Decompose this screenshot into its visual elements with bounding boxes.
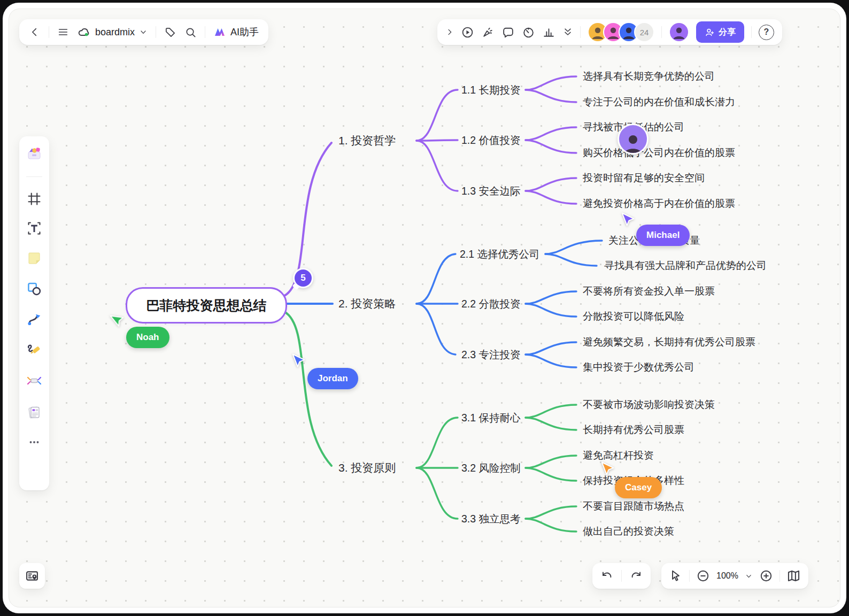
shapes-tool[interactable] [26, 281, 42, 297]
pointer-tool-button[interactable] [669, 569, 683, 583]
person-avatar-icon [622, 132, 644, 153]
topic-node[interactable]: 3. 投资原则 [338, 460, 396, 475]
collaborator-avatar-stack[interactable]: 24 [588, 22, 654, 42]
sticky-note-icon [26, 250, 42, 266]
comment-button[interactable] [501, 26, 515, 39]
collaborator-avatar-canvas [618, 124, 649, 155]
subtopic-node[interactable]: 2.3 专注投资 [461, 348, 521, 362]
leaf-node[interactable]: 做出自己的投资决策 [583, 525, 674, 538]
leaf-node[interactable]: 避免投资价格高于内在价值的股票 [583, 197, 735, 211]
subtopic-node[interactable]: 1.3 安全边际 [461, 184, 521, 198]
hamburger-menu-icon [57, 26, 69, 38]
leaf-node[interactable]: 不要盲目跟随市场热点 [583, 499, 684, 513]
document-tool[interactable] [26, 404, 43, 421]
chevron-down-icon[interactable] [745, 572, 753, 580]
current-user-avatar[interactable] [669, 22, 689, 42]
leaf-node[interactable]: 专注于公司的内在价值和成长潜力 [583, 95, 735, 109]
redo-button[interactable] [629, 569, 643, 583]
leaf-node[interactable]: 长期持有优秀公司股票 [583, 423, 684, 437]
leaf-node[interactable]: 分散投资可以降低风险 [583, 310, 684, 324]
zoom-in-button[interactable] [759, 569, 773, 583]
divider [621, 570, 622, 582]
zoom-out-icon [696, 569, 710, 583]
cursor-jordan-icon [291, 353, 307, 369]
frame-tool[interactable] [27, 191, 42, 206]
divider [156, 26, 156, 38]
timer-button[interactable] [522, 26, 535, 39]
ellipsis-icon [27, 435, 41, 449]
ai-assistant-label: AI助手 [230, 26, 259, 38]
divider [779, 570, 780, 582]
subtopic-node[interactable]: 3.2 风险控制 [461, 461, 521, 475]
comment-count-badge[interactable]: 5 [293, 268, 313, 288]
divider [689, 570, 690, 582]
mindmap-root-node[interactable]: 巴菲特投资思想总结 [126, 287, 287, 324]
subtopic-node[interactable]: 3.3 独立思考 [461, 512, 521, 526]
topic-node[interactable]: 1. 投资哲学 [338, 133, 396, 148]
app-window: 巴菲特投资思想总结 5 1. 投资哲学 2. 投资策略 3. 投资原则 1.1 … [0, 0, 849, 616]
present-button[interactable] [461, 26, 474, 39]
search-icon [184, 26, 197, 38]
main-menu-button[interactable] [57, 26, 69, 38]
ai-assistant-button[interactable]: AI助手 [213, 26, 259, 38]
search-button[interactable] [184, 26, 197, 38]
board-title-menu[interactable]: boardmix [77, 25, 148, 39]
leaf-node[interactable]: 选择具有长期竞争优势的公司 [583, 70, 715, 83]
leaf-node[interactable]: 不要将所有资金投入单一股票 [583, 284, 715, 298]
leaf-node[interactable]: 集中投资于少数优秀公司 [583, 360, 694, 374]
person-avatar-icon [672, 25, 686, 39]
tag-icon [164, 26, 176, 38]
undo-button[interactable] [600, 569, 614, 583]
map-icon [786, 569, 801, 583]
laser-pointer-button[interactable] [481, 26, 495, 39]
mindmap-tool[interactable] [26, 372, 43, 389]
zoom-level[interactable]: 100% [716, 571, 738, 581]
divider [661, 26, 662, 38]
help-button[interactable]: ? [759, 25, 774, 40]
double-chevron-down-icon [562, 27, 573, 37]
collapse-toolbar-button[interactable] [562, 27, 573, 37]
leaf-node[interactable]: 寻找具有强大品牌和产品优势的公司 [604, 259, 767, 273]
divider [49, 26, 49, 38]
subtopic-node[interactable]: 1.1 长期投资 [461, 83, 521, 97]
divider [751, 26, 752, 38]
zoom-out-button[interactable] [696, 569, 710, 583]
expand-toolbar-button[interactable] [445, 28, 454, 36]
leaf-node[interactable]: 避免高杠杆投资 [583, 449, 654, 463]
chevron-down-icon [139, 28, 148, 36]
leaf-node[interactable]: 购买价格低于公司内在价值的股票 [583, 146, 735, 160]
leaf-node[interactable]: 不要被市场波动影响投资决策 [583, 398, 715, 412]
cursor-label-casey: Casey [615, 477, 662, 498]
divider [580, 26, 581, 38]
subtopic-node[interactable]: 1.2 价值投资 [461, 133, 521, 148]
vote-chart-button[interactable] [542, 26, 555, 39]
more-tools[interactable] [27, 435, 41, 449]
minimap-button[interactable] [786, 569, 801, 583]
cursor-casey-icon [600, 461, 616, 477]
tag-button[interactable] [164, 26, 176, 38]
connector-tool[interactable] [26, 311, 42, 327]
topic-node[interactable]: 2. 投资策略 [338, 296, 396, 311]
subtopic-node[interactable]: 3.1 保持耐心 [461, 411, 521, 425]
share-button[interactable]: 分享 [696, 21, 744, 43]
board-navigator-button[interactable] [19, 563, 45, 589]
sticky-note-tool[interactable] [26, 250, 42, 266]
subtopic-node[interactable]: 2.1 选择优秀公司 [460, 247, 540, 261]
laser-pointer-icon [481, 26, 495, 39]
mindmap-icon [26, 372, 43, 389]
tool-sidebar [19, 136, 49, 490]
back-button[interactable] [29, 26, 41, 38]
subtopic-node[interactable]: 2.2 分散投资 [461, 297, 521, 311]
pen-tool[interactable] [26, 342, 42, 358]
leaf-node[interactable]: 避免频繁交易，长期持有优秀公司股票 [583, 335, 755, 349]
leaf-node[interactable]: 投资时留有足够的安全空间 [583, 171, 705, 185]
pen-icon [26, 342, 42, 358]
text-tool[interactable] [27, 221, 42, 236]
person-add-icon [705, 27, 715, 37]
templates-tool[interactable] [26, 145, 43, 162]
share-label: 分享 [719, 27, 736, 38]
cursor-label-michael: Michael [636, 225, 690, 246]
collaborator-count-badge[interactable]: 24 [634, 22, 654, 42]
toolbar-top-left: boardmix AI助手 [19, 19, 268, 45]
templates-icon [26, 145, 43, 162]
